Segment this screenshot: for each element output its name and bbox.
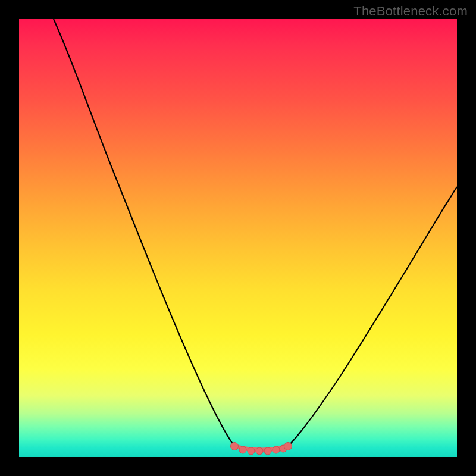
curve-right-branch: [288, 187, 457, 446]
marker-dot: [284, 443, 292, 450]
marker-dot: [248, 447, 255, 455]
marker-dot: [231, 443, 239, 450]
chart-frame: TheBottleneck.com: [0, 0, 476, 476]
plot-area: [19, 19, 457, 457]
marker-dot: [273, 446, 280, 453]
marker-dot: [264, 447, 271, 455]
curve-left-branch: [54, 19, 234, 446]
watermark-label: TheBottleneck.com: [353, 4, 468, 19]
marker-group: [231, 443, 292, 455]
marker-dot: [256, 447, 263, 455]
curve-layer: [19, 19, 457, 457]
marker-dot: [239, 446, 246, 453]
